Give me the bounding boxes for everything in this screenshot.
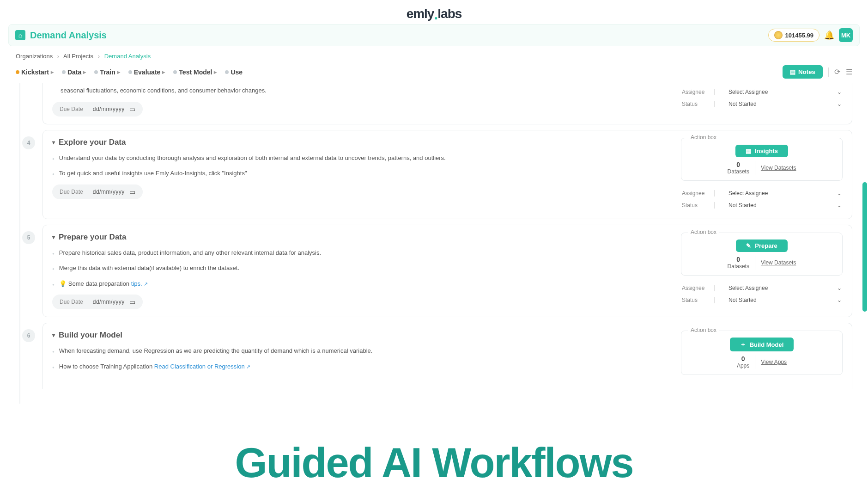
tips-link[interactable]: tips. (131, 280, 142, 287)
insights-icon: ▦ (746, 147, 751, 154)
breadcrumb-org[interactable]: Organizations (16, 53, 53, 60)
breadcrumb-current: Demand Analysis (104, 53, 151, 60)
external-link-icon: ↗ (246, 364, 250, 369)
step-4-card: ▾ Explore your Data Understand your data… (42, 130, 852, 219)
chevron-down-icon: ⌄ (837, 202, 842, 209)
view-datasets-link[interactable]: View Datasets (761, 259, 796, 266)
app-logo: emly.labs (0, 0, 868, 24)
assignee-select[interactable]: Assignee Select Assignee ⌄ (681, 187, 843, 199)
chevron-down-icon: ⌄ (837, 190, 842, 197)
external-link-icon: ↗ (144, 281, 148, 287)
step-5-card: ▾ Prepare your Data Prepare historical s… (42, 225, 852, 318)
list-icon[interactable]: ☰ (846, 68, 852, 76)
home-icon[interactable]: ⌂ (15, 30, 25, 40)
chevron-down-icon: ⌄ (837, 89, 842, 95)
breadcrumb: Organizations › All Projects › Demand An… (0, 46, 868, 63)
calendar-icon: ▭ (129, 298, 135, 306)
step-6-title[interactable]: ▾ Build your Model (52, 331, 672, 340)
step-4-title[interactable]: ▾ Explore your Data (52, 138, 672, 147)
view-datasets-link[interactable]: View Datasets (761, 165, 796, 171)
plus-icon: ＋ (740, 340, 746, 349)
tabs-row: Kickstart▸Data▸Train▸Evaluate▸Test Model… (0, 63, 868, 83)
assignee-select[interactable]: Assignee Select Assignee ⌄ (681, 86, 843, 98)
page-title: Demand Analysis (30, 30, 107, 41)
tab-kickstart[interactable]: Kickstart▸ (16, 68, 54, 76)
coin-icon (774, 31, 783, 39)
chevron-down-icon: ▾ (52, 234, 55, 240)
calendar-icon: ▭ (129, 105, 135, 113)
insights-button[interactable]: ▦ Insights (735, 145, 788, 157)
status-select[interactable]: Status Not Started ⌄ (681, 199, 843, 211)
tab-data[interactable]: Data▸ (62, 68, 86, 76)
calendar-icon: ▭ (129, 188, 135, 196)
status-select[interactable]: Status Not Started ⌄ (681, 98, 843, 110)
chevron-down-icon: ⌄ (837, 285, 842, 291)
prepare-button[interactable]: ✎ Prepare (736, 240, 787, 252)
chevron-down-icon: ⌄ (837, 297, 842, 303)
view-apps-link[interactable]: View Apps (761, 359, 787, 365)
chevron-down-icon: ▾ (52, 139, 55, 146)
status-select[interactable]: Status Not Started ⌄ (681, 294, 843, 306)
credits-badge[interactable]: 101455.99 (768, 29, 819, 42)
due-date-input[interactable]: Due Date dd/mm/yyyy ▭ (52, 102, 143, 117)
step-number-5: 5 (22, 231, 35, 244)
breadcrumb-projects[interactable]: All Projects (63, 53, 93, 60)
step-6-card: ▾ Build your Model When forecasting dema… (42, 323, 852, 389)
step-number-4: 4 (22, 136, 35, 149)
action-box: Action box ✎ Prepare 0 Datasets View Dat… (681, 233, 843, 276)
header-bar: ⌂ Demand Analysis 101455.99 🔔 MK (8, 24, 860, 46)
refresh-icon[interactable]: ⟳ (834, 68, 840, 76)
classification-link[interactable]: Read Classification or Regression (154, 363, 245, 370)
chevron-down-icon: ⌄ (837, 101, 842, 107)
tab-test-model[interactable]: Test Model▸ (173, 68, 217, 76)
tab-use[interactable]: Use (225, 68, 243, 76)
chevron-down-icon: ▾ (52, 332, 55, 338)
step-number-6: 6 (22, 329, 35, 342)
step-3-card: seasonal fluctuations, economic conditio… (42, 83, 852, 124)
step-5-title[interactable]: ▾ Prepare your Data (52, 233, 672, 242)
tab-train[interactable]: Train▸ (94, 68, 120, 76)
notes-icon: ▤ (790, 68, 795, 75)
avatar[interactable]: MK (839, 28, 853, 42)
notes-button[interactable]: ▤ Notes (783, 65, 823, 79)
tab-evaluate[interactable]: Evaluate▸ (128, 68, 165, 76)
due-date-input[interactable]: Due Date dd/mm/yyyy ▭ (52, 184, 143, 199)
action-box: Action box ＋ Build Model 0 Apps View App… (681, 331, 843, 375)
assignee-select[interactable]: Assignee Select Assignee ⌄ (681, 282, 843, 294)
due-date-input[interactable]: Due Date dd/mm/yyyy ▭ (52, 295, 143, 309)
build-model-button[interactable]: ＋ Build Model (730, 338, 794, 351)
scrollbar-thumb[interactable] (862, 182, 867, 312)
action-box: Action box ▦ Insights 0 Datasets View Da… (681, 138, 843, 181)
edit-icon: ✎ (746, 242, 751, 249)
bell-icon[interactable]: 🔔 (824, 30, 834, 40)
